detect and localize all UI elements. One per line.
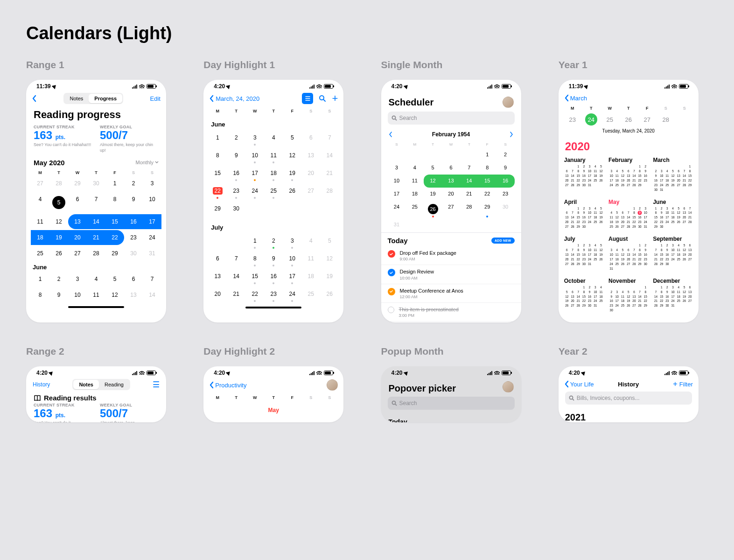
day-cell[interactable]: 7: [87, 192, 105, 213]
day-cell[interactable]: 15: [478, 175, 496, 188]
day-cell[interactable]: 9: [496, 161, 515, 175]
day-cell[interactable]: 1: [31, 272, 49, 287]
day-cell[interactable]: 27: [68, 246, 87, 261]
day-cell[interactable]: 20: [301, 165, 320, 182]
view-selector[interactable]: Monthly: [135, 160, 159, 165]
back-button[interactable]: Your Life: [564, 380, 594, 388]
day-cell[interactable]: 11: [405, 175, 424, 188]
day-cell[interactable]: 6: [68, 192, 87, 213]
task-checkbox[interactable]: [388, 269, 395, 276]
day-cell[interactable]: 11: [87, 287, 105, 302]
day-cell[interactable]: 13: [301, 147, 320, 164]
edit-link[interactable]: Edit: [150, 95, 161, 102]
task-row[interactable]: Design Review10:00 AM: [381, 265, 521, 284]
day-cell[interactable]: 16: [124, 214, 143, 229]
day-cell[interactable]: 11: [264, 147, 283, 164]
day-cell[interactable]: 28: [460, 201, 478, 218]
search-input[interactable]: Bills, Invoices, coupons...: [565, 392, 692, 405]
back-button[interactable]: Productivity: [209, 381, 246, 389]
day-cell[interactable]: 11: [301, 251, 320, 267]
add-icon[interactable]: +: [673, 379, 678, 389]
mini-month[interactable]: January001234567891011121314151617181920…: [564, 157, 604, 192]
day-cell[interactable]: 16: [264, 268, 283, 285]
day-cell[interactable]: 5: [49, 192, 68, 213]
day-cell[interactable]: 21: [320, 165, 339, 182]
day-cell[interactable]: 24: [388, 201, 406, 218]
day-cell[interactable]: 13: [442, 175, 460, 188]
day-cell[interactable]: 24: [283, 286, 301, 303]
week-day[interactable]: 26: [623, 114, 634, 126]
avatar[interactable]: [503, 381, 514, 392]
day-cell[interactable]: 7: [143, 272, 161, 287]
day-cell[interactable]: 20: [208, 286, 227, 303]
day-cell[interactable]: 4: [264, 130, 283, 147]
prev-month-icon[interactable]: [389, 131, 392, 138]
day-cell[interactable]: 14: [460, 175, 478, 188]
day-cell[interactable]: 26: [320, 286, 339, 303]
day-cell[interactable]: 28: [87, 246, 105, 261]
back-button[interactable]: March, 24, 2020: [209, 95, 259, 102]
day-cell[interactable]: 29: [105, 246, 124, 261]
seg-reading[interactable]: Reading: [99, 380, 129, 389]
day-cell[interactable]: 9: [227, 147, 245, 164]
day-cell[interactable]: 2: [264, 233, 283, 250]
avatar[interactable]: [327, 379, 338, 391]
year-grid[interactable]: January001234567891011121314151617181920…: [559, 155, 699, 317]
day-cell[interactable]: 7: [320, 130, 339, 147]
calendar-july[interactable]: 1234567891011121314151617181920212223242…: [203, 233, 343, 303]
day-cell[interactable]: 24: [245, 183, 264, 200]
list-view-icon[interactable]: [302, 93, 313, 104]
day-cell[interactable]: 3: [245, 130, 264, 147]
day-cell[interactable]: 17: [143, 214, 161, 229]
day-cell[interactable]: 26: [49, 246, 68, 261]
day-cell[interactable]: 5: [320, 233, 339, 250]
day-cell[interactable]: 1: [283, 419, 301, 422]
day-cell[interactable]: 15: [105, 214, 124, 229]
day-cell[interactable]: 12: [105, 287, 124, 302]
day-cell[interactable]: 9: [49, 287, 68, 302]
day-cell[interactable]: 1: [105, 176, 124, 191]
day-cell[interactable]: 12: [424, 175, 442, 188]
task-checkbox[interactable]: [388, 288, 395, 295]
day-cell[interactable]: 8: [105, 192, 124, 213]
day-cell[interactable]: 2: [49, 272, 68, 287]
day-cell[interactable]: 5: [424, 161, 442, 175]
day-cell[interactable]: 3: [68, 272, 87, 287]
day-cell[interactable]: 17: [283, 268, 301, 285]
search-input[interactable]: Search: [388, 397, 515, 410]
day-cell[interactable]: 13: [68, 214, 87, 229]
day-cell[interactable]: 16: [496, 175, 515, 188]
day-cell[interactable]: 22: [478, 188, 496, 201]
day-cell[interactable]: 22: [245, 286, 264, 303]
day-cell[interactable]: 1: [478, 148, 496, 161]
day-cell[interactable]: 19: [283, 165, 301, 182]
day-cell[interactable]: 17: [245, 165, 264, 182]
day-cell[interactable]: 19: [424, 188, 442, 201]
day-cell[interactable]: 15: [245, 268, 264, 285]
day-cell[interactable]: 2: [124, 176, 143, 191]
avatar[interactable]: [503, 97, 514, 108]
day-cell[interactable]: 24: [143, 230, 161, 245]
search-input[interactable]: Search: [388, 112, 515, 125]
day-cell[interactable]: 10: [245, 147, 264, 164]
calendar-june[interactable]: 1234567891011121314151617181920212223242…: [203, 130, 343, 217]
task-checkbox[interactable]: [388, 250, 395, 258]
back-chevron-icon[interactable]: [32, 95, 36, 102]
day-cell[interactable]: 21: [227, 286, 245, 303]
day-cell[interactable]: 2: [301, 419, 320, 422]
seg-notes[interactable]: Notes: [73, 380, 99, 389]
day-cell[interactable]: 23: [124, 230, 143, 245]
week-day[interactable]: 24: [585, 113, 597, 126]
mini-month[interactable]: October000123456789101112131415161718192…: [564, 278, 604, 313]
day-cell[interactable]: 14: [87, 214, 105, 229]
week-day[interactable]: 25: [604, 114, 615, 126]
day-cell[interactable]: 18: [301, 268, 320, 285]
day-cell[interactable]: 10: [143, 192, 161, 213]
day-cell[interactable]: 19: [320, 268, 339, 285]
mini-month[interactable]: November00000012345678910111213141516171…: [608, 278, 648, 313]
day-cell[interactable]: 9: [264, 251, 283, 267]
mini-month[interactable]: April00123456789101112131415161718192021…: [564, 199, 604, 230]
day-cell[interactable]: 8: [208, 147, 227, 164]
day-cell[interactable]: 4: [31, 192, 49, 213]
day-cell[interactable]: 4: [87, 272, 105, 287]
